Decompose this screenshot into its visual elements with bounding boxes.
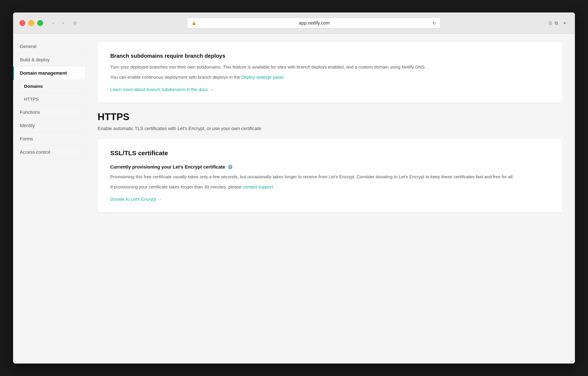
traffic-lights [20,20,43,26]
sidebar-toggle-button[interactable]: ⊡ [71,19,79,27]
https-heading: HTTPS [98,111,562,122]
contact-support-link[interactable]: contact support. [243,184,274,189]
lock-icon: 🔒 [192,21,196,25]
address-bar: 🔒 app.netlify.com ↻ [187,18,441,28]
close-button[interactable] [20,20,25,26]
provisioning-para2: If provisioning your certificate takes l… [110,183,550,190]
provisioning-title: Currently provisioning your Let's Encryp… [110,164,550,170]
add-tab-button[interactable]: + [561,19,568,27]
sidebar-nav: General Build & deploy Domain management… [13,40,85,159]
sidebar-item-domains[interactable]: Domains [13,80,85,93]
provisioning-para2-prefix: If provisioning your certificate takes l… [110,184,243,189]
sidebar-item-domain-management[interactable]: Domain management [13,66,85,80]
share-button[interactable]: ⎙ [549,20,552,26]
sidebar-item-general[interactable]: General [13,40,85,53]
browser-window: ‹ › ⊡ 🔒 app.netlify.com ↻ ⎙ ⧉ + General … [13,12,575,364]
gear-icon: ⚙️ [227,164,233,170]
sidebar: General Build & deploy Domain management… [13,34,85,364]
https-subtext: Enable automatic TLS certificates with L… [98,126,562,131]
sidebar-item-identity[interactable]: Identity [13,119,85,133]
browser-content: General Build & deploy Domain management… [13,34,575,364]
branch-subdomains-para2-prefix: You can enable continuous deployment wit… [110,75,241,79]
reload-button[interactable]: ↻ [432,21,436,26]
ssl-card: SSL/TLS certificate Currently provisioni… [98,139,562,212]
sidebar-item-https[interactable]: HTTPS [13,93,85,106]
https-section: HTTPS Enable automatic TLS certificates … [98,111,562,212]
sidebar-item-access-control[interactable]: Access control [13,146,85,159]
minimize-button[interactable] [28,20,34,26]
forward-button[interactable]: › [59,19,67,27]
maximize-button[interactable] [37,20,43,26]
deploy-settings-link[interactable]: Deploy settings panel. [241,75,285,79]
ssl-card-title: SSL/TLS certificate [110,150,550,157]
nav-buttons: ‹ › [49,19,67,27]
url-text: app.netlify.com [199,20,430,26]
main-content: Branch subdomains require branch deploys… [85,34,575,364]
browser-chrome: ‹ › ⊡ 🔒 app.netlify.com ↻ ⎙ ⧉ + [13,12,575,34]
learn-more-link[interactable]: Learn more about branch subdomains in th… [110,87,213,92]
donate-link[interactable]: Donate to Let's Encrypt → [110,197,162,202]
branch-subdomains-card: Branch subdomains require branch deploys… [98,42,562,103]
browser-actions: ⎙ ⧉ + [549,19,568,27]
sidebar-item-functions[interactable]: Functions [13,106,85,119]
branch-subdomains-para2: You can enable continuous deployment wit… [110,74,550,81]
provisioning-para1: Provisioning this free certificate usual… [110,173,550,180]
sidebar-item-build-deploy[interactable]: Build & deploy [13,53,85,66]
branch-subdomains-title: Branch subdomains require branch deploys [110,53,550,59]
provisioning-title-text: Currently provisioning your Let's Encryp… [110,164,225,170]
pip-button[interactable]: ⧉ [555,20,558,26]
sidebar-item-forms[interactable]: Forms [13,133,85,146]
branch-subdomains-para1: Turn your deployed branches into their o… [110,64,550,71]
back-button[interactable]: ‹ [49,19,57,27]
